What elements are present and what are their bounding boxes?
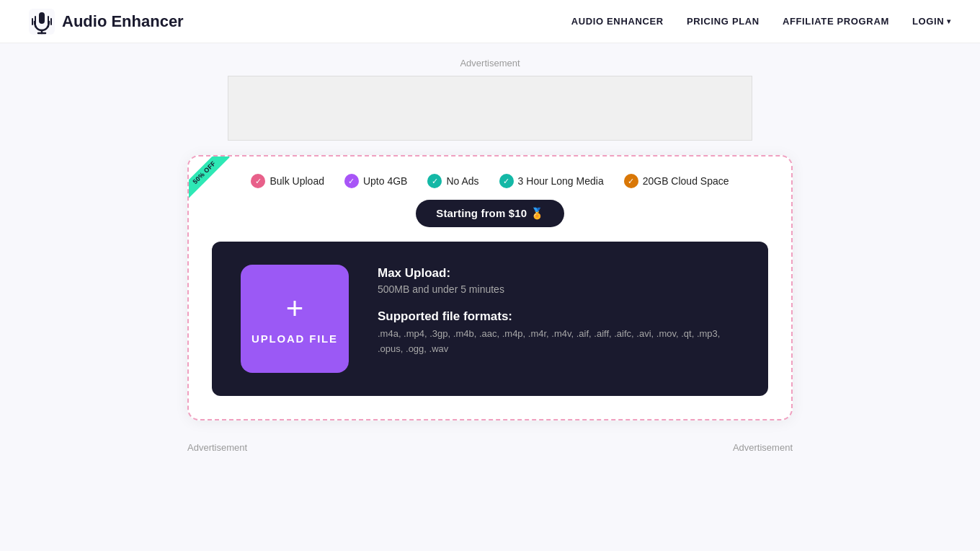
- feature-upto-4gb-label: Upto 4GB: [363, 175, 407, 187]
- login-link[interactable]: LOGIN ▾: [912, 16, 951, 27]
- max-upload-text: 500MB and under 5 minutes: [378, 283, 739, 295]
- ad-top-label: Advertisement: [460, 58, 520, 69]
- max-upload-section: Max Upload: 500MB and under 5 minutes: [378, 266, 739, 295]
- check-cloud-icon: ✓: [624, 174, 638, 188]
- chevron-down-icon: ▾: [947, 17, 951, 25]
- formats-section: Supported file formats: .m4a, .mp4, .3gp…: [378, 309, 739, 357]
- svg-rect-1: [39, 12, 45, 24]
- pricing-plan-link[interactable]: PRICING PLAN: [687, 16, 760, 27]
- feature-cloud-space: ✓ 20GB Cloud Space: [624, 174, 729, 188]
- logo-text: Audio Enhancer: [62, 12, 184, 31]
- check-no-ads-icon: ✓: [427, 174, 442, 188]
- check-bulk-upload-icon: ✓: [251, 174, 265, 188]
- feature-bulk-upload: ✓ Bulk Upload: [251, 174, 324, 188]
- feature-3hour-label: 3 Hour Long Media: [518, 175, 604, 187]
- main-content: Advertisement 50% OFF ✓ Bulk Upload ✓ Up…: [0, 43, 980, 467]
- nav-links: AUDIO ENHANCER PRICING PLAN AFFILIATE PR…: [571, 16, 951, 27]
- ads-bottom: Advertisement Advertisement: [187, 442, 793, 453]
- feature-no-ads: ✓ No Ads: [427, 174, 478, 188]
- cta-button[interactable]: Starting from $10 🏅: [416, 200, 564, 227]
- upload-label: UPLOAD FILE: [251, 332, 338, 345]
- ad-space-top: [228, 76, 752, 141]
- feature-cloud-label: 20GB Cloud Space: [643, 175, 729, 187]
- check-upto-4gb-icon: ✓: [344, 174, 359, 188]
- ad-bottom-left-label: Advertisement: [187, 442, 247, 453]
- check-3hour-icon: ✓: [499, 174, 514, 188]
- upload-file-button[interactable]: + UPLOAD FILE: [241, 265, 349, 373]
- affiliate-program-link[interactable]: AFFILIATE PROGRAM: [783, 16, 889, 27]
- plus-icon: +: [286, 294, 304, 324]
- feature-no-ads-label: No Ads: [446, 175, 478, 187]
- feature-3hour-media: ✓ 3 Hour Long Media: [499, 174, 604, 188]
- navbar: Audio Enhancer AUDIO ENHANCER PRICING PL…: [0, 0, 980, 43]
- feature-upto-4gb: ✓ Upto 4GB: [344, 174, 407, 188]
- ribbon-wrapper: 50% OFF: [189, 157, 239, 207]
- upload-area: + UPLOAD FILE Max Upload: 500MB and unde…: [212, 242, 768, 396]
- promo-card: 50% OFF ✓ Bulk Upload ✓ Upto 4GB ✓ No Ad…: [187, 155, 793, 420]
- feature-bulk-upload-label: Bulk Upload: [270, 175, 324, 187]
- features-row: ✓ Bulk Upload ✓ Upto 4GB ✓ No Ads ✓ 3 Ho…: [212, 174, 768, 188]
- formats-text: .m4a, .mp4, .3gp, .m4b, .aac, .m4p, .m4r…: [378, 327, 739, 357]
- logo[interactable]: Audio Enhancer: [29, 9, 184, 35]
- discount-ribbon: 50% OFF: [189, 157, 230, 198]
- formats-title: Supported file formats:: [378, 309, 739, 324]
- audio-enhancer-link[interactable]: AUDIO ENHANCER: [571, 16, 664, 27]
- logo-icon: [29, 9, 55, 35]
- ad-bottom-right-label: Advertisement: [733, 442, 793, 453]
- upload-info: Max Upload: 500MB and under 5 minutes Su…: [378, 266, 739, 371]
- max-upload-title: Max Upload:: [378, 266, 739, 281]
